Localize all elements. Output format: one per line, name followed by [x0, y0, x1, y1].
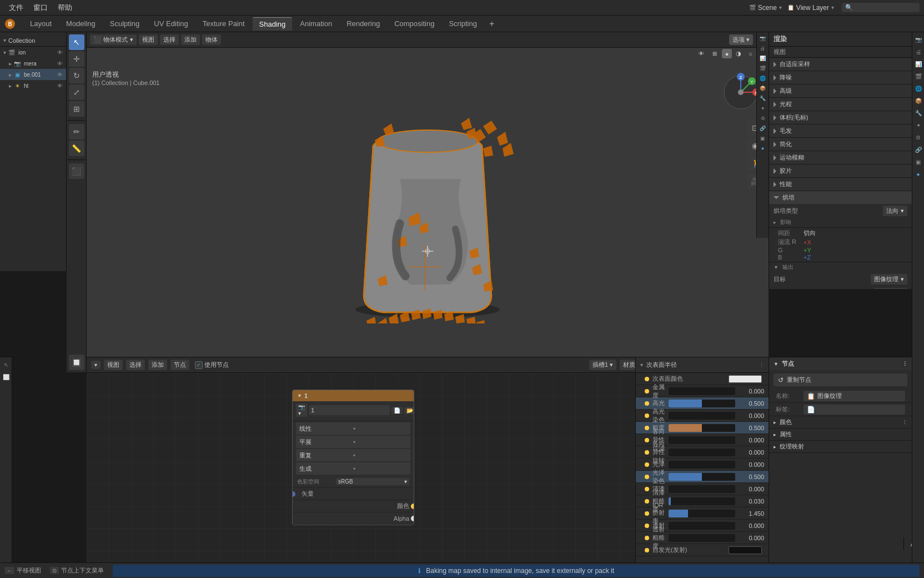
adaptive-sampling-header[interactable]: 自适应采样 — [769, 58, 912, 71]
film-header[interactable]: 胶片 — [769, 165, 912, 177]
simplify-header[interactable]: 简化 — [769, 138, 912, 151]
mode-selector[interactable]: ⬛ 物体模式 ▾ — [90, 34, 137, 45]
xray-toggle[interactable]: ⊞ — [709, 49, 720, 58]
node-section-options[interactable]: ⋮ — [902, 361, 907, 367]
ne-view-menu[interactable]: 视图 — [104, 360, 123, 370]
world-props-icon[interactable]: 🌐 — [913, 83, 923, 93]
colorspace-select[interactable]: sRGB ▾ — [336, 478, 409, 485]
props-part-icon[interactable]: ✦ — [758, 103, 768, 113]
tab-animation[interactable]: Animation — [293, 17, 339, 30]
particles-icon[interactable]: ✦ — [913, 120, 923, 130]
object-menu[interactable]: 物体 — [202, 34, 221, 45]
node-tool-select[interactable]: ↖ — [1, 360, 11, 370]
slot-selector[interactable]: 插槽1▾ — [589, 360, 616, 370]
select-menu[interactable]: 选择 — [160, 34, 179, 45]
tab-scripting[interactable]: Scripting — [442, 17, 484, 30]
ne-select-menu[interactable]: 选择 — [126, 360, 145, 370]
node-tag-input[interactable]: 📄 — [804, 405, 905, 415]
edge-value[interactable]: 1.000 — [874, 288, 907, 289]
tab-texture-paint[interactable]: Texture Paint — [196, 17, 252, 30]
move-tool[interactable]: ✛ — [69, 51, 84, 67]
transform-tool[interactable]: ⊞ — [69, 101, 84, 117]
material-props-icon[interactable]: ● — [913, 169, 923, 179]
ne-editor-type[interactable]: ▾ — [91, 361, 101, 369]
menu-window[interactable]: 窗口 — [29, 1, 52, 14]
sss-panel-header[interactable]: ▾ 次表面半径 ⋮ — [636, 357, 769, 373]
annotate-tool[interactable]: ✏ — [69, 124, 84, 139]
object-props-icon[interactable]: 📦 — [913, 96, 923, 106]
interpolation-select[interactable]: 线性 ▾ — [296, 422, 410, 435]
tab-modeling[interactable]: Modeling — [59, 17, 102, 30]
tab-shading[interactable]: Shading — [253, 17, 293, 31]
volume-header[interactable]: 体积(毛标) — [769, 111, 912, 124]
material-shade[interactable]: ◑ — [732, 49, 745, 58]
extension-select[interactable]: 重复 ▾ — [296, 449, 410, 461]
view-menu[interactable]: 视图 — [139, 34, 158, 45]
output-props-icon[interactable]: 🖨 — [913, 47, 923, 57]
performance-header[interactable]: 性能 — [769, 178, 912, 191]
outliner-item-scene[interactable]: ▾ 🎬 ion 👁 — [0, 47, 66, 58]
constraints-icon[interactable]: 🔗 — [913, 144, 923, 155]
measure-tool[interactable]: 📏 — [69, 141, 84, 156]
panel-expand-btn[interactable]: ⋮ — [759, 362, 764, 368]
data-props-icon[interactable]: ▣ — [913, 157, 923, 167]
visibility-icon[interactable]: 👁 — [57, 49, 63, 56]
tab-uv-editing[interactable]: UV Editing — [147, 17, 194, 30]
outliner-item-camera[interactable]: ▸ 📷 mera 👁 — [0, 58, 66, 69]
denoise-header[interactable]: 降噪 — [769, 71, 912, 84]
select-tool[interactable]: ↖ — [69, 34, 84, 50]
node-section-header[interactable]: ▼ 节点 ⋮ — [769, 357, 912, 370]
open-image-btn[interactable]: 📂 — [404, 407, 414, 414]
tab-rendering[interactable]: Rendering — [340, 17, 386, 30]
use-nodes-checkbox[interactable]: ✓ — [195, 361, 203, 369]
physics-icon[interactable]: ⚙ — [913, 132, 923, 142]
overlay-toggle[interactable]: 👁 — [695, 49, 707, 58]
image-texture-node[interactable]: ▼ 1 📷▾ 📄 📂 ✕ 线性 ▾ 平展 ▾ — [292, 390, 414, 525]
props-mod-icon[interactable]: 🔧 — [758, 93, 768, 103]
visibility-icon-cube[interactable]: 👁 — [57, 72, 63, 78]
props-const-icon[interactable]: 🔗 — [758, 123, 768, 133]
projection-select[interactable]: 平展 ▾ — [296, 436, 410, 448]
outliner-item-cube[interactable]: ▸ ▣ be.001 👁 — [0, 69, 66, 80]
scale-tool[interactable]: ⤢ — [69, 84, 84, 100]
view-layer-icon[interactable]: 📊 — [913, 59, 923, 69]
ne-nodes-menu[interactable]: 节点 — [170, 360, 189, 370]
props-mat-icon[interactable]: ● — [758, 143, 768, 153]
props-out-icon[interactable]: 🖨 — [758, 43, 768, 53]
props-view-icon[interactable]: 📊 — [758, 53, 768, 63]
bake-type-select[interactable]: 法向 ▾ — [883, 206, 907, 216]
source-select[interactable]: 生成 ▾ — [296, 462, 410, 475]
tab-compositing[interactable]: Compositing — [388, 17, 441, 30]
image-name-input[interactable] — [309, 405, 390, 415]
texture-mapping-header[interactable]: ▸ 纹理映射 — [769, 441, 912, 452]
sheen-tint-row[interactable]: 光泽染色 0.500 — [636, 471, 769, 483]
tab-layout[interactable]: Layout — [23, 17, 58, 30]
props-obj-icon[interactable]: 📦 — [758, 83, 768, 93]
outliner-item-light[interactable]: ▸ ☀ ht 👁 — [0, 80, 66, 91]
color-options-btn[interactable]: ⋮ — [902, 420, 907, 425]
hair-header[interactable]: 毛发 — [769, 124, 912, 137]
visibility-icon-light[interactable]: 👁 — [57, 83, 63, 89]
menu-help[interactable]: 帮助 — [53, 1, 77, 14]
add-workspace-button[interactable]: + — [485, 17, 499, 31]
viewport-shading[interactable]: 选项▾ — [729, 34, 753, 45]
target-select[interactable]: 图像纹理 ▾ — [871, 274, 907, 285]
view-tool[interactable]: 🔲 — [69, 355, 84, 370]
image-type-btn[interactable]: 📷▾ — [296, 403, 307, 417]
emission-swatch[interactable] — [729, 546, 762, 554]
props-world-icon[interactable]: 🌐 — [758, 73, 768, 83]
menu-file[interactable]: 文件 — [4, 1, 28, 14]
add-cube-tool[interactable]: ⬛ — [69, 163, 84, 179]
motion-blur-header[interactable]: 运动模糊 — [769, 151, 912, 164]
3d-viewport[interactable]: 用户透视 (1) Collection | Cube.001 — [87, 48, 769, 388]
light-path-header[interactable]: 光程 — [769, 98, 912, 111]
ne-add-menu[interactable]: 添加 — [148, 360, 167, 370]
color-section-header[interactable]: ▸ 颜色 ⋮ — [769, 416, 912, 428]
rendered-shade[interactable]: ○ — [745, 49, 756, 58]
render-props-icon[interactable]: 📷 — [913, 34, 923, 44]
add-menu[interactable]: 添加 — [181, 34, 200, 45]
advanced-header[interactable]: 高级 — [769, 84, 912, 97]
visibility-icon-cam[interactable]: 👁 — [57, 61, 63, 67]
props-scene-icon[interactable]: 🎬 — [758, 63, 768, 73]
node-tool-box[interactable]: ⬜ — [1, 372, 11, 382]
